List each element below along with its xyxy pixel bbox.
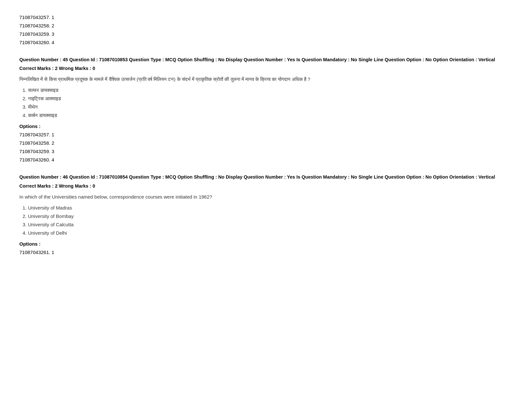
q45-option-1: 1. सल्फर डायक्साइड bbox=[23, 86, 513, 94]
question-45-options: 1. सल्फर डायक्साइड 2. नाइट्रिक आक्साइड 3… bbox=[23, 86, 513, 119]
question-45-text-hindi: निम्नलिखित में से किस प्राथमिक प्रदूषक क… bbox=[19, 75, 513, 83]
top-option-3: 71087043259. 3 bbox=[19, 30, 513, 38]
top-options-block: 71087043257. 1 71087043258. 2 7108704325… bbox=[19, 14, 513, 46]
top-option-2: 71087043258. 2 bbox=[19, 22, 513, 30]
question-46-options: 1. University of Madras 2. University of… bbox=[23, 204, 513, 237]
q45-option-2: 2. नाइट्रिक आक्साइड bbox=[23, 95, 513, 103]
question-45-meta: Question Number : 45 Question Id : 71087… bbox=[19, 56, 513, 64]
top-option-1: 71087043257. 1 bbox=[19, 14, 513, 21]
question-46-text: In which of the Universities named below… bbox=[19, 193, 513, 201]
q45-option-4: 4. कार्बन डायक्साइड bbox=[23, 112, 513, 119]
question-46-marks: Correct Marks : 2 Wrong Marks : 0 bbox=[19, 182, 513, 190]
question-46-meta: Question Number : 46 Question Id : 71087… bbox=[19, 173, 513, 181]
q46-options-label: Options : bbox=[19, 240, 513, 248]
q45-option-3: 3. मीथेन bbox=[23, 103, 513, 111]
q46-option-2: 2. University of Bombay bbox=[23, 212, 513, 220]
q45-options-label: Options : bbox=[19, 122, 513, 130]
q46-option-3: 3. University of Calcutta bbox=[23, 221, 513, 229]
q45-option-id-4: 71087043260. 4 bbox=[19, 156, 513, 164]
q46-option-4: 4. University of Delhi bbox=[23, 229, 513, 237]
q46-option-id-1: 71087043261. 1 bbox=[19, 249, 513, 256]
q46-option-1: 1. University of Madras bbox=[23, 204, 513, 212]
q45-option-id-1: 71087043257. 1 bbox=[19, 131, 513, 139]
q45-option-id-3: 71087043259. 3 bbox=[19, 148, 513, 155]
question-45-marks: Correct Marks : 2 Wrong Marks : 0 bbox=[19, 65, 513, 72]
q45-option-id-2: 71087043258. 2 bbox=[19, 139, 513, 147]
top-option-4: 71087043260. 4 bbox=[19, 39, 513, 46]
